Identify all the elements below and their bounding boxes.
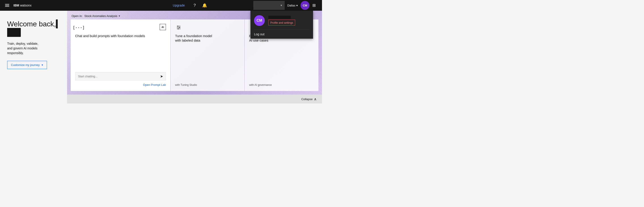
notification-icon: 🔔 <box>202 3 207 8</box>
brand-ibm: IBM <box>14 4 19 7</box>
help-button[interactable]: ? <box>190 1 199 10</box>
chat-input[interactable] <box>78 75 160 78</box>
tagline: Train, deploy, validate, and govern AI m… <box>7 41 60 56</box>
topbar: IBM watsonx Upgrade ? 🔔 ​ ▾ Dallas ▾ CM … <box>0 0 322 11</box>
topbar-center: Upgrade ? 🔔 <box>128 1 253 10</box>
welcome-section: Welcome back, ​ Train, deploy, validate,… <box>7 20 60 69</box>
svg-point-3 <box>179 27 180 28</box>
avatar-button[interactable]: CM <box>300 1 310 10</box>
customize-journey-button[interactable]: Customize my journey ▾ <box>7 61 47 69</box>
topbar-left: IBM watsonx <box>4 1 128 10</box>
menu-icon <box>5 4 9 4</box>
svg-point-5 <box>178 28 179 29</box>
region-label: Dallas <box>287 4 296 7</box>
topbar-right: ​ ▾ Dallas ▾ CM ⊞ <box>253 1 318 10</box>
customize-journey-label: Customize my journey <box>11 63 40 66</box>
svg-point-1 <box>177 26 178 26</box>
open-prompt-lab-link[interactable]: Open Prompt Lab <box>75 83 166 86</box>
profile-dropdown-header: CM Profile and settings <box>250 11 313 30</box>
apps-button[interactable]: ⊞ <box>310 1 318 10</box>
chat-input-row: ➤ <box>75 72 166 80</box>
tuning-studio-subtitle: with Tuning Studio <box>175 84 240 86</box>
apps-icon: ⊞ <box>312 3 316 8</box>
chevron-down-icon: ▾ <box>281 4 282 7</box>
profile-name-hidden <box>268 16 291 19</box>
left-panel: Welcome back, ​ Train, deploy, validate,… <box>0 11 67 104</box>
menu-icon <box>5 5 9 6</box>
region-button[interactable]: Dallas ▾ <box>285 1 300 10</box>
send-button[interactable]: ➤ <box>160 74 163 78</box>
brand-product: watsonx <box>20 4 32 7</box>
open-in-label: Open in: <box>72 14 82 18</box>
chevron-down-icon: ▾ <box>42 63 43 66</box>
chevron-down-icon: ▾ <box>296 4 298 7</box>
profile-avatar: CM <box>254 15 265 26</box>
welcome-title: Welcome back, ​ <box>7 20 60 37</box>
upgrade-link[interactable]: Upgrade <box>173 4 185 7</box>
tuning-studio-card: Tune a foundation model with labeled dat… <box>170 20 244 91</box>
chevron-down-icon: ▾ <box>119 14 120 18</box>
notification-button[interactable]: 🔔 <box>200 1 209 10</box>
open-in-value: Stock Anomalies Analysis <box>84 14 117 18</box>
profile-dropdown: CM Profile and settings Log out <box>250 11 313 39</box>
prompt-lab-title: Chat and build prompts with foundation m… <box>75 34 166 69</box>
prompt-lab-card: [···] AI Chat and build prompts with fou… <box>71 20 170 91</box>
topbar-icons: ? 🔔 <box>190 1 209 10</box>
chevron-up-icon: ∧ <box>314 97 317 101</box>
collapse-bar[interactable]: Collapse ∧ <box>67 94 322 104</box>
tuning-studio-title: Tune a foundation model with labeled dat… <box>175 34 240 81</box>
ai-governance-subtitle: with AI governance <box>249 84 314 86</box>
menu-icon <box>5 6 9 7</box>
search-dropdown-label: ​ <box>256 4 279 7</box>
open-in-dropdown[interactable]: Stock Anomalies Analysis ▾ <box>84 14 120 18</box>
ai-governance-title: Request or track models in AI use cases <box>249 34 314 81</box>
search-dropdown[interactable]: ​ ▾ <box>253 1 285 10</box>
bracket-icon: [···] <box>75 24 82 31</box>
collapse-label: Collapse <box>301 98 312 101</box>
profile-settings-label: Profile and settings <box>270 21 293 24</box>
ai-icon: AI <box>160 24 166 30</box>
help-icon: ? <box>194 3 196 8</box>
sliders-icon <box>175 24 182 31</box>
logout-link[interactable]: Log out <box>250 30 313 39</box>
profile-settings-link[interactable]: Profile and settings <box>268 20 295 26</box>
profile-info: Profile and settings <box>268 16 310 26</box>
menu-button[interactable] <box>4 1 11 10</box>
brand: IBM watsonx <box>14 4 32 7</box>
